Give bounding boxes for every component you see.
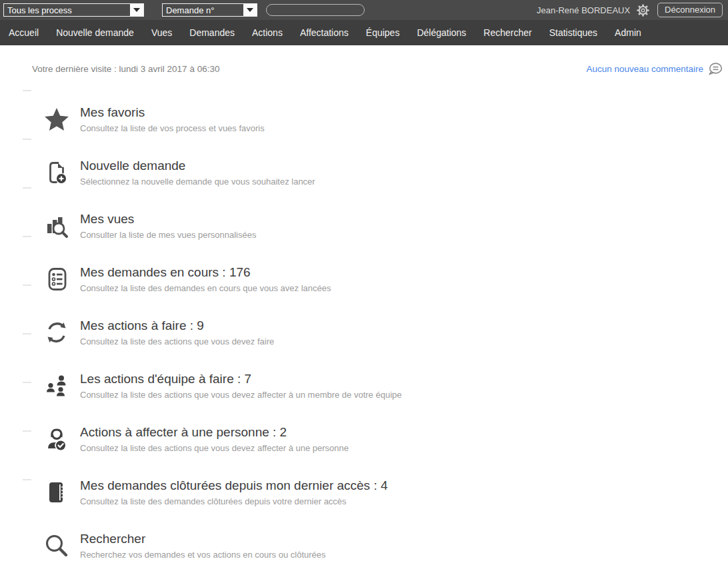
- item-text: Mes demandes en cours : 176 Consultez la…: [80, 265, 331, 293]
- item-text: Mes demandes clôturées depuis mon dernie…: [80, 478, 388, 506]
- chevron-down-icon: [243, 4, 257, 16]
- content-header: Votre dernière visite : lundi 3 avril 20…: [0, 45, 728, 75]
- last-visit-text: Votre dernière visite : lundi 3 avril 20…: [32, 64, 219, 74]
- item-subtitle: Consultez la liste des actions que vous …: [80, 336, 274, 346]
- list-item-nouvelle-demande[interactable]: Nouvelle demande Sélectionnez la nouvell…: [0, 146, 728, 199]
- item-subtitle: Consultez la liste des actions que vous …: [80, 443, 349, 453]
- item-title: Rechercher: [80, 532, 326, 546]
- nav-item-rechercher[interactable]: Rechercher: [475, 20, 540, 45]
- search-type-select[interactable]: Demande n°: [162, 3, 257, 17]
- search-type-select-value: Demande n°: [166, 5, 241, 15]
- comments-link-label: Aucun nouveau commentaire: [586, 64, 703, 74]
- ruler-dash: [23, 333, 31, 334]
- ruler-dash: [23, 382, 31, 383]
- list-icon: [43, 266, 71, 292]
- ruler-dash: [23, 139, 31, 140]
- nav-item-delegations[interactable]: Délégations: [408, 20, 475, 45]
- item-title: Les actions d'équipe à faire : 7: [80, 372, 402, 386]
- item-subtitle: Sélectionnez la nouvelle demande que vou…: [80, 177, 315, 187]
- list-item-actions-a-affecter[interactable]: Actions à affecter à une personne : 2 Co…: [0, 412, 728, 466]
- nav-item-admin[interactable]: Admin: [606, 20, 650, 45]
- item-text: Nouvelle demande Sélectionnez la nouvell…: [80, 159, 315, 187]
- list-item-favoris[interactable]: Mes favoris Consultez la liste de vos pr…: [0, 93, 728, 146]
- item-title: Mes demandes en cours : 176: [80, 265, 331, 280]
- list-item-demandes-en-cours[interactable]: Mes demandes en cours : 176 Consultez la…: [0, 253, 728, 306]
- item-text: Mes favoris Consultez la liste de vos pr…: [80, 105, 265, 133]
- home-shortcut-list: Mes favoris Consultez la liste de vos pr…: [0, 93, 728, 572]
- item-text: Actions à affecter à une personne : 2 Co…: [80, 425, 349, 453]
- item-subtitle: Consultez la liste de vos process et vue…: [80, 123, 265, 133]
- nav-item-affectations[interactable]: Affectations: [291, 20, 357, 45]
- item-subtitle: Recherchez vos demandes et vos actions e…: [80, 550, 326, 560]
- list-item-actions-equipe[interactable]: Les actions d'équipe à faire : 7 Consult…: [0, 359, 728, 412]
- views-chart-magnifier-icon: [43, 213, 71, 239]
- item-title: Mes actions à faire : 9: [80, 318, 274, 333]
- item-text: Les actions d'équipe à faire : 7 Consult…: [80, 372, 402, 400]
- closed-book-icon: [43, 479, 71, 506]
- ruler-dash: [23, 236, 31, 237]
- item-subtitle: Consulter la liste de mes vues personnal…: [80, 230, 256, 240]
- new-request-icon: [43, 159, 71, 186]
- item-text: Mes actions à faire : 9 Consultez la lis…: [80, 318, 274, 346]
- item-text: Mes vues Consulter la liste de mes vues …: [80, 212, 256, 240]
- topbar-right-group: Jean-René BORDEAUX Déconnexion: [537, 3, 723, 17]
- item-subtitle: Consultez la liste des demandes clôturée…: [80, 496, 388, 506]
- item-subtitle: Consultez la liste des demandes en cours…: [80, 283, 331, 293]
- nav-item-vues[interactable]: Vues: [143, 20, 181, 45]
- item-subtitle: Consultez la liste des actions que vous …: [80, 390, 402, 400]
- item-title: Mes vues: [80, 212, 256, 227]
- logout-button[interactable]: Déconnexion: [657, 3, 723, 17]
- nav-item-accueil[interactable]: Accueil: [0, 20, 47, 45]
- search-input[interactable]: [266, 4, 365, 16]
- list-item-rechercher[interactable]: Rechercher Recherchez vos demandes et vo…: [0, 519, 728, 572]
- home-content: Votre dernière visite : lundi 3 avril 20…: [0, 45, 728, 575]
- ruler-dash: [23, 187, 31, 189]
- item-title: Actions à affecter à une personne : 2: [80, 425, 349, 440]
- team-icon: [43, 372, 71, 399]
- process-select-value: Tous les process: [7, 5, 127, 15]
- ruler-dash: [23, 430, 31, 432]
- ruler-dash: [23, 479, 31, 480]
- nav-item-demandes[interactable]: Demandes: [181, 20, 243, 45]
- star-icon: [43, 107, 71, 132]
- settings-gear-icon[interactable]: [637, 4, 649, 17]
- ruler-dash: [23, 90, 31, 91]
- item-title: Mes demandes clôturées depuis mon dernie…: [80, 478, 388, 493]
- refresh-icon: [43, 319, 71, 346]
- list-item-actions-a-faire[interactable]: Mes actions à faire : 9 Consultez la lis…: [0, 306, 728, 359]
- nav-item-actions[interactable]: Actions: [243, 20, 291, 45]
- search-icon: [43, 532, 71, 559]
- assign-person-icon: [43, 426, 71, 452]
- nav-item-equipes[interactable]: Équipes: [357, 20, 409, 45]
- process-select[interactable]: Tous les process: [3, 3, 144, 17]
- nav-item-nouvelle-demande[interactable]: Nouvelle demande: [47, 20, 143, 45]
- main-nav: Accueil Nouvelle demande Vues Demandes A…: [0, 20, 728, 45]
- list-item-mes-vues[interactable]: Mes vues Consulter la liste de mes vues …: [0, 199, 728, 253]
- top-bar: Tous les process Demande n° Jean-René BO…: [0, 0, 728, 20]
- comments-link[interactable]: Aucun nouveau commentaire: [586, 63, 723, 75]
- speech-bubble-icon: [708, 63, 723, 75]
- chevron-down-icon: [130, 4, 143, 16]
- item-text: Rechercher Recherchez vos demandes et vo…: [80, 532, 326, 560]
- list-item-demandes-cloturees[interactable]: Mes demandes clôturées depuis mon dernie…: [0, 466, 728, 519]
- user-name: Jean-René BORDEAUX: [537, 5, 630, 15]
- nav-item-statistiques[interactable]: Statistiques: [541, 20, 606, 45]
- item-title: Mes favoris: [80, 105, 265, 120]
- item-title: Nouvelle demande: [80, 159, 315, 173]
- ruler-dash: [23, 285, 31, 286]
